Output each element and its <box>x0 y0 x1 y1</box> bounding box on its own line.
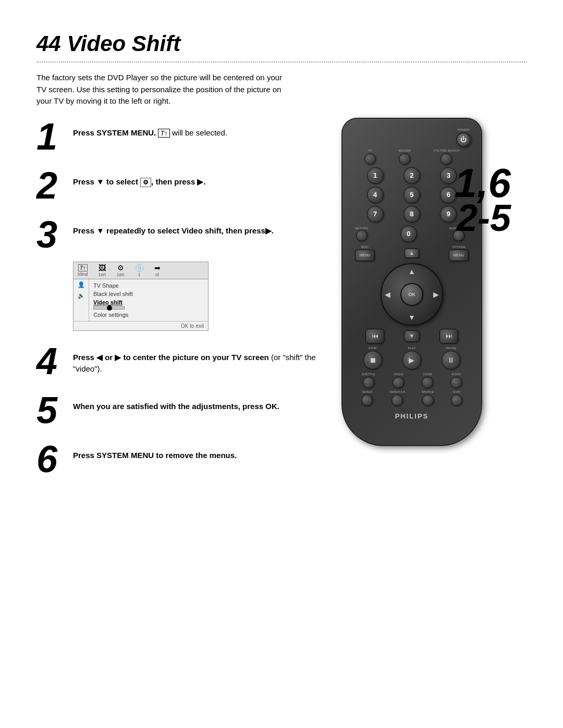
disc-menu-button[interactable]: MENU <box>355 250 375 261</box>
pause-label: PAUSE <box>446 347 456 350</box>
nav-cross: ▲ ▼ ◀ ▶ OK <box>381 263 443 326</box>
step-annotations: 1,6 2-5 <box>455 165 511 235</box>
menu-row-blacklevel: Black level shift <box>93 290 204 298</box>
menu-main: TV Shape Black level shift Video shift <box>89 279 208 321</box>
angle-group: ANGLE <box>393 373 404 388</box>
subtitle-group: SUBTITLE <box>362 373 375 388</box>
audio-group: AUDIO <box>450 373 462 388</box>
ok-button[interactable]: OK <box>400 283 423 306</box>
number-grid: 1 2 3 4 5 6 7 8 9 <box>353 167 471 223</box>
num-2-button[interactable]: 2 <box>403 167 420 184</box>
ff-button[interactable]: ⏭ <box>439 329 458 343</box>
intro-text: The factory sets the DVD Player so the p… <box>36 72 287 107</box>
down-btn[interactable]: ▼ <box>404 330 420 342</box>
repeat-ab-group: REPEAT A-B <box>390 390 405 406</box>
nav-cross-wrapper: ▲ ▼ ◀ ▶ OK <box>353 263 471 326</box>
disc-tab-icon: 💿 <box>135 264 144 272</box>
disc-system-row: DISC MENU ▲ SYSTEM MENU <box>353 245 471 261</box>
annotation-16: 1,6 <box>455 165 511 201</box>
tc-button[interactable] <box>364 153 376 165</box>
slider-area <box>93 306 204 310</box>
num-8-button[interactable]: 8 <box>403 206 420 223</box>
step-4-content: Press ◀ or ▶ to center the picture on yo… <box>73 342 328 375</box>
tc-label: T-C <box>368 149 372 152</box>
step-number-5: 5 <box>36 391 73 429</box>
menu-header: T↑ Ideal 🖼 1en ⚙ 1en <box>74 262 208 279</box>
fts-label: FTS TIME SEARCH <box>434 149 459 152</box>
system-menu-button[interactable]: MENU <box>449 250 469 261</box>
play-button[interactable]: ▶ <box>402 351 421 369</box>
num-4-button[interactable]: 4 <box>367 187 384 203</box>
step-1-content: Press SYSTEM MENU. T↑ will be selected. <box>73 118 227 139</box>
zoom-button[interactable] <box>422 377 433 388</box>
scan-button[interactable] <box>451 394 462 406</box>
menu-tab-5: ➡ st <box>154 264 161 277</box>
menu-sidebar: 👤 🔈 <box>74 279 89 321</box>
subtitle-button[interactable] <box>363 377 374 388</box>
stop-button[interactable]: ⏹ <box>363 351 382 369</box>
fts-button[interactable] <box>440 153 452 165</box>
stop-group: STOP ⏹ <box>363 347 382 369</box>
step-1: 1 Press SYSTEM MENU. T↑ will be selected… <box>36 118 328 155</box>
step-4: 4 Press ◀ or ▶ to center the picture on … <box>36 342 328 380</box>
step-6-text: Press SYSTEM MENU to remove the menus. <box>73 451 237 460</box>
repeat-row: REPEAT REPEAT A-B SHUFFLE <box>353 390 471 406</box>
nav-left-arrow[interactable]: ◀ <box>385 290 390 299</box>
shuffle-button[interactable] <box>422 394 434 406</box>
angle-button[interactable] <box>393 377 404 388</box>
menu-row-colorsettings: Color settings <box>93 311 204 319</box>
main-layout: 1 Press SYSTEM MENU. T↑ will be selected… <box>36 118 527 489</box>
repeat-ab-label: REPEAT A-B <box>390 390 405 393</box>
step-4-text: Press ◀ or ▶ to center the picture on yo… <box>73 353 316 374</box>
power-button[interactable]: ⏻ <box>456 132 471 147</box>
resume-label: RESUME <box>399 149 411 152</box>
step-3-text: Press ▼ repeatedly to select Video shift… <box>73 226 274 235</box>
step-5-content: When you are satisfied with the adjustme… <box>73 391 279 413</box>
repeat-button[interactable] <box>361 394 373 406</box>
resume-button-group: RESUME <box>399 149 411 165</box>
return-label: RETURN <box>355 227 368 230</box>
num-5-button[interactable]: 5 <box>403 187 420 203</box>
step-number-6: 6 <box>36 440 73 478</box>
scan-group: SCAN <box>451 390 462 406</box>
menu-tab-2: 🖼 1en <box>99 264 106 277</box>
menu-tab-1: T↑ Ideal <box>78 264 88 277</box>
num-7-button[interactable]: 7 <box>367 206 384 223</box>
rew-button[interactable]: ⏮ <box>365 329 384 343</box>
resume-button[interactable] <box>399 153 410 165</box>
step-2: 2 Press ▼ to select ⚙, then press ▶. <box>36 167 328 204</box>
shuffle-group: SHUFFLE <box>422 390 434 406</box>
menu-tab-3: ⚙ 1en <box>117 264 125 277</box>
step-6: 6 Press SYSTEM MENU to remove the menus. <box>36 440 328 478</box>
repeat-ab-button[interactable] <box>391 394 403 406</box>
step-number-4: 4 <box>36 342 73 380</box>
menu-footer: OK to exit <box>74 321 208 330</box>
subtitle-row: SUBTITLE ANGLE ZOOM <box>353 373 471 388</box>
nav-down-arrow[interactable]: ▼ <box>408 313 415 322</box>
step-6-content: Press SYSTEM MENU to remove the menus. <box>73 440 237 462</box>
num-1-button[interactable]: 1 <box>367 167 384 184</box>
zoom-label: ZOOM <box>423 373 432 376</box>
picture-icon: 🖼 <box>99 264 106 272</box>
audio-label: AUDIO <box>452 373 461 376</box>
menu-body: 👤 🔈 TV Shape Black level shift Video shi… <box>74 279 208 321</box>
arrow-tab-icon: ➡ <box>154 264 161 272</box>
step-3: 3 Press ▼ repeatedly to select Video shi… <box>36 216 328 331</box>
return-button[interactable] <box>356 230 368 241</box>
angle-label: ANGLE <box>394 373 403 376</box>
zero-button[interactable]: 0 <box>400 226 417 242</box>
subtitle-label: SUBTITLE <box>362 373 375 376</box>
pause-button[interactable]: ⏸ <box>442 351 460 369</box>
step-number-1: 1 <box>36 118 73 155</box>
disc-label: DISC <box>361 245 369 249</box>
slider-thumb <box>107 305 112 311</box>
play-label: PLAY <box>408 347 416 350</box>
step-1-text: Press SYSTEM MENU. T↑ will be selected. <box>73 128 227 137</box>
audio-button[interactable] <box>450 377 462 388</box>
steps-column: 1 Press SYSTEM MENU. T↑ will be selected… <box>36 118 328 489</box>
step-number-2: 2 <box>36 167 73 204</box>
step-5-text: When you are satisfied with the adjustme… <box>73 402 279 411</box>
nav-up-arrow[interactable]: ▲ <box>408 267 415 276</box>
up-btn-top[interactable]: ▲ <box>405 249 419 258</box>
nav-right-arrow[interactable]: ▶ <box>433 290 439 299</box>
